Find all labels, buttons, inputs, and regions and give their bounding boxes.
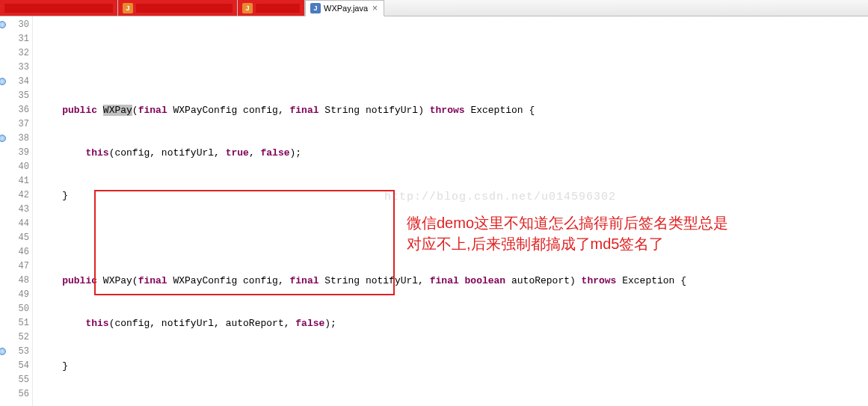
tab-redacted-1[interactable] bbox=[0, 0, 118, 16]
code-line: this(config, notifyUrl, autoReport, fals… bbox=[39, 316, 868, 330]
code-line: } bbox=[39, 359, 868, 373]
code-line: public WXPay(final WXPayConfig config, f… bbox=[39, 103, 868, 117]
tab-label: WXPay.java bbox=[324, 4, 368, 13]
java-file-icon: J bbox=[310, 3, 321, 13]
code-editor[interactable]: 3031323334353637383940414243444546474849… bbox=[0, 16, 868, 406]
close-icon[interactable]: × bbox=[371, 3, 379, 13]
code-line: this(config, notifyUrl, true, false); bbox=[39, 146, 868, 160]
java-file-icon: J bbox=[242, 3, 253, 13]
code-line bbox=[39, 402, 868, 406]
java-file-icon: J bbox=[123, 3, 133, 13]
tab-wxpay[interactable]: J WXPay.java × bbox=[305, 0, 384, 16]
tab-bar: J J J WXPay.java × bbox=[0, 0, 868, 16]
code-line: public WXPay(final WXPayConfig config, f… bbox=[39, 274, 868, 288]
tab-redacted-2[interactable]: J bbox=[118, 0, 238, 16]
code-area[interactable]: http://blog.csdn.net/u014596302 微信demo这里… bbox=[33, 16, 868, 406]
line-number-gutter: 3031323334353637383940414243444546474849… bbox=[0, 16, 33, 406]
code-line: } bbox=[39, 188, 868, 203]
annotation-text: 微信demo这里不知道怎么搞得前后签名类型总是 对应不上,后来强制都搞成了md5… bbox=[407, 212, 868, 254]
tab-redacted-3[interactable]: J bbox=[238, 0, 305, 16]
